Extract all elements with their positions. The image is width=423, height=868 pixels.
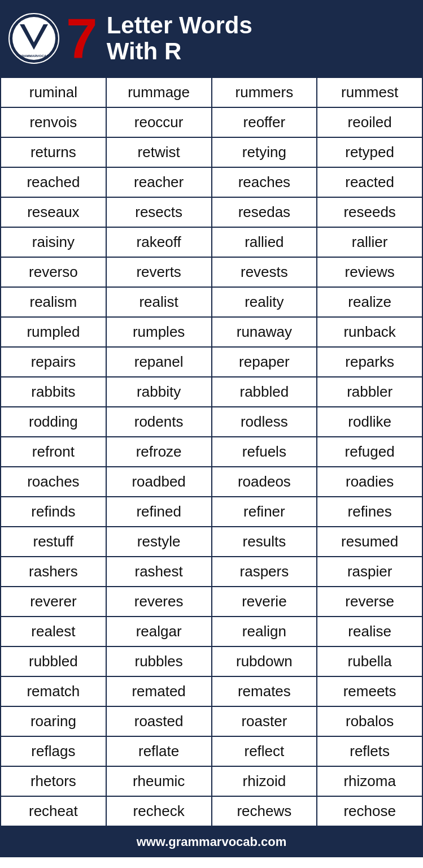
word-cell: reflect (212, 736, 317, 766)
word-cell: reflags (1, 736, 106, 766)
logo-container: GRAMMARVOCAB (8, 13, 59, 64)
word-cell: rubbles (106, 646, 212, 676)
word-cell: remated (106, 676, 212, 706)
word-cell: recheck (106, 796, 212, 826)
word-cell: retwist (106, 137, 212, 167)
word-cell: rubbled (1, 646, 106, 676)
word-cell: reverts (106, 257, 212, 287)
word-cell: refiner (212, 497, 317, 527)
table-row: ruminalrummagerummersrummest (1, 77, 422, 107)
word-cell: remates (212, 676, 317, 706)
word-cell: repairs (1, 347, 106, 377)
table-row: reversorevertsrevestsreviews (1, 257, 422, 287)
word-cell: reverie (212, 587, 317, 617)
big-seven: 7 (66, 10, 98, 67)
table-row: revererreveresreveriereverse (1, 587, 422, 617)
table-row: rubbledrubblesrubdownrubella (1, 646, 422, 676)
word-cell: repanel (106, 347, 212, 377)
word-cell: realest (1, 617, 106, 646)
word-cell: rematch (1, 676, 106, 706)
word-cell: reacted (317, 167, 422, 197)
word-cell: reparks (317, 347, 422, 377)
header: GRAMMARVOCAB 7 Letter WordsWith R (0, 0, 423, 77)
table-row: raisinyrakeoffralliedrallier (1, 227, 422, 257)
word-cell: reached (1, 167, 106, 197)
word-cell: reoffer (212, 107, 317, 137)
word-cell: resumed (317, 527, 422, 557)
word-cell: rumpled (1, 317, 106, 347)
svg-text:GRAMMARVOCAB: GRAMMARVOCAB (19, 54, 49, 58)
word-cell: refines (317, 497, 422, 527)
table-row: rashersrashestraspersraspier (1, 557, 422, 587)
table-row: returnsretwistretyingretyped (1, 137, 422, 167)
word-cell: reveres (106, 587, 212, 617)
word-cell: reverer (1, 587, 106, 617)
word-cell: rashers (1, 557, 106, 587)
word-cell: reviews (317, 257, 422, 287)
word-cell: revests (212, 257, 317, 287)
word-cell: reoiled (317, 107, 422, 137)
table-row: refrontrefrozerefuelsrefuged (1, 437, 422, 467)
word-cell: resects (106, 197, 212, 227)
table-row: reseauxresectsresedasreseeds (1, 197, 422, 227)
table-row: reflagsreflatereflectreflets (1, 736, 422, 766)
word-cell: reverse (317, 587, 422, 617)
word-cell: refroze (106, 437, 212, 467)
word-cell: reverso (1, 257, 106, 287)
word-cell: refuged (317, 437, 422, 467)
word-cell: rubella (317, 646, 422, 676)
word-cell: refined (106, 497, 212, 527)
word-cell: realise (317, 617, 422, 646)
table-row: restuffrestyleresultsresumed (1, 527, 422, 557)
word-cell: roadies (317, 467, 422, 497)
table-row: realestrealgarrealignrealise (1, 617, 422, 646)
word-cell: reseaux (1, 197, 106, 227)
word-cell: runaway (212, 317, 317, 347)
word-cell: restuff (1, 527, 106, 557)
word-cell: rubdown (212, 646, 317, 676)
header-title: Letter WordsWith R (107, 12, 252, 64)
table-row: realismrealistrealityrealize (1, 287, 422, 317)
word-cell: rechews (212, 796, 317, 826)
word-cell: raspier (317, 557, 422, 587)
word-cell: retyped (317, 137, 422, 167)
word-cell: recheat (1, 796, 106, 826)
word-cell: remeets (317, 676, 422, 706)
word-cell: rhizoid (212, 766, 317, 796)
word-cell: reality (212, 287, 317, 317)
table-row: roaringroastedroasterrobalos (1, 706, 422, 736)
word-cell: runback (317, 317, 422, 347)
word-cell: reseeds (317, 197, 422, 227)
table-row: rabbitsrabbityrabbledrabbler (1, 377, 422, 407)
word-cell: robalos (317, 706, 422, 736)
word-cell: rabbled (212, 377, 317, 407)
table-row: refindsrefinedrefinerrefines (1, 497, 422, 527)
word-cell: realgar (106, 617, 212, 646)
word-cell: rakeoff (106, 227, 212, 257)
word-cell: rumples (106, 317, 212, 347)
word-cell: realism (1, 287, 106, 317)
word-cell: resedas (212, 197, 317, 227)
word-cell: rodless (212, 407, 317, 437)
word-cell: repaper (212, 347, 317, 377)
word-cell: roaring (1, 706, 106, 736)
table-row: rumpledrumplesrunawayrunback (1, 317, 422, 347)
table-row: roachesroadbedroadeosroadies (1, 467, 422, 497)
word-cell: rabbler (317, 377, 422, 407)
table-row: roddingrodentsrodlessrodlike (1, 407, 422, 437)
word-cell: rodents (106, 407, 212, 437)
word-cell: refinds (1, 497, 106, 527)
table-row: renvoisreoccurreofferreoiled (1, 107, 422, 137)
word-cell: rodlike (317, 407, 422, 437)
word-cell: rallier (317, 227, 422, 257)
word-cell: rummage (106, 77, 212, 107)
word-cell: ruminal (1, 77, 106, 107)
word-cell: rabbity (106, 377, 212, 407)
word-cell: reacher (106, 167, 212, 197)
word-cell: refuels (212, 437, 317, 467)
word-cell: realign (212, 617, 317, 646)
word-cell: rhizoma (317, 766, 422, 796)
word-cell: restyle (106, 527, 212, 557)
table-row: recheatrecheckrechewsrechose (1, 796, 422, 826)
word-cell: rheumic (106, 766, 212, 796)
